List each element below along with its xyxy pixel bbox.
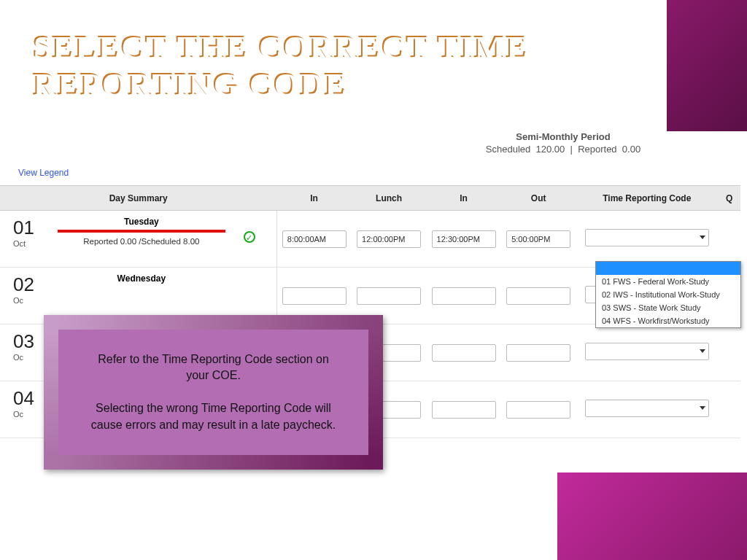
trc-select[interactable] <box>585 343 709 360</box>
dropdown-item[interactable]: 03 SWS - State Work Study <box>596 301 740 314</box>
col-lunch: Lunch <box>352 186 427 211</box>
trc-dropdown: 01 FWS - Federal Work-Study 02 IWS - Ins… <box>595 261 741 328</box>
view-legend-link[interactable]: View Legend <box>18 168 747 178</box>
dropdown-item[interactable]: 01 FWS - Federal Work-Study <box>596 275 740 288</box>
out-input[interactable] <box>506 344 570 362</box>
col-in2: In <box>426 186 501 211</box>
day-number: 01 <box>13 217 42 239</box>
trc-select[interactable] <box>585 400 709 417</box>
col-in1: In <box>276 186 352 211</box>
title-line2: REPORTING CODE <box>33 66 347 102</box>
day-month: Oct <box>13 239 42 248</box>
chevron-down-icon <box>700 406 705 410</box>
callout-text-1: Refer to the Time Reporting Code section… <box>89 351 338 384</box>
day-number: 04 <box>13 387 42 410</box>
in2-input[interactable] <box>432 287 496 305</box>
col-q: Q <box>718 186 740 211</box>
out-input[interactable] <box>506 287 570 305</box>
scheduled-value: 120.00 <box>536 144 565 155</box>
lunch-input[interactable] <box>357 230 421 248</box>
dropdown-item[interactable]: 02 IWS - Institutional Work-Study <box>596 288 740 301</box>
slide-title: SELECT THE CORRECT TIME REPORTING CODE <box>33 29 529 103</box>
day-month: Oc <box>13 296 42 305</box>
day-name: Wednesday <box>44 273 238 284</box>
scheduled-label: Scheduled <box>486 144 530 155</box>
reported-value: 0.00 <box>622 144 640 155</box>
day-number: 02 <box>13 273 42 296</box>
col-trc: Time Reporting Code <box>576 186 718 211</box>
in2-input[interactable] <box>432 230 496 248</box>
reported-label: Reported <box>578 144 616 155</box>
in1-input[interactable] <box>282 287 347 305</box>
table-row: 01 Oct Tuesday Reported 0.00 /Scheduled … <box>0 211 740 268</box>
callout-box: Refer to the Time Reporting Code section… <box>44 315 383 470</box>
dropdown-item[interactable]: 04 WFS - Workfirst/Workstudy <box>596 314 740 327</box>
day-number: 03 <box>13 330 42 353</box>
lunch-input[interactable] <box>357 287 421 305</box>
day-cell: 01 Oct Tuesday Reported 0.00 /Scheduled … <box>0 211 276 268</box>
out-input[interactable] <box>506 230 570 248</box>
day-name: Tuesday <box>44 217 238 227</box>
col-day-summary: Day Summary <box>0 186 276 211</box>
day-reported: Reported 0.00 /Scheduled 8.00 <box>44 237 238 246</box>
col-out: Out <box>501 186 576 211</box>
in2-input[interactable] <box>432 401 496 419</box>
dropdown-selected-blank[interactable] <box>596 262 740 275</box>
day-month: Oc <box>13 353 42 362</box>
callout-text-2: Selecting the wrong Time Reporting Code … <box>89 400 338 433</box>
chevron-down-icon <box>700 349 705 353</box>
period-info: Semi-Monthly Period Scheduled 120.00 | R… <box>379 131 747 155</box>
slide-decor-right <box>667 0 747 131</box>
title-line1: SELECT THE CORRECT TIME <box>33 29 529 65</box>
period-title: Semi-Monthly Period <box>379 131 747 142</box>
out-input[interactable] <box>506 401 570 419</box>
chevron-down-icon <box>700 236 705 239</box>
in2-input[interactable] <box>432 344 496 362</box>
in1-input[interactable] <box>282 230 347 248</box>
slide-decor-bottom <box>557 472 747 560</box>
checkmark-icon: ✓ <box>244 231 255 243</box>
day-redbar <box>58 230 225 233</box>
trc-select[interactable] <box>585 229 709 246</box>
day-month: Oc <box>13 410 42 419</box>
